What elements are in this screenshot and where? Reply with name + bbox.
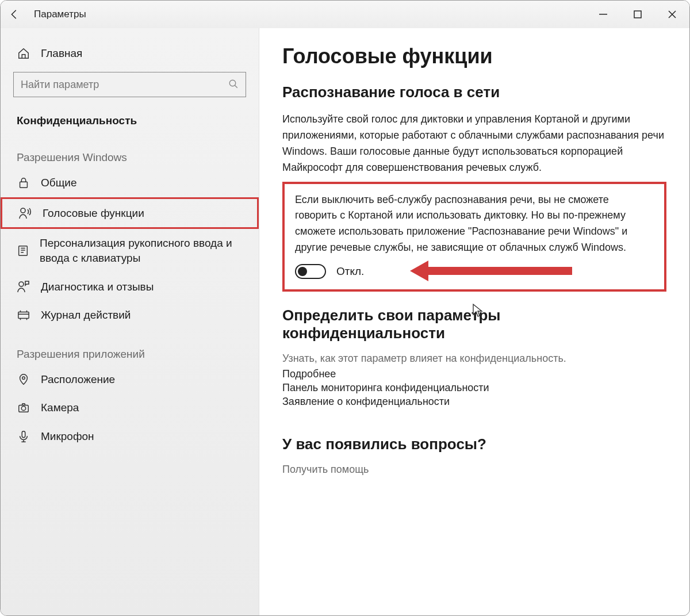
toggle-state-label: Откл. — [336, 265, 364, 278]
annotation-arrow — [410, 261, 572, 281]
sidebar-item-activity[interactable]: Журнал действий — [1, 301, 259, 330]
lock-icon — [17, 176, 30, 190]
section-online-heading: Распознавание голоса в сети — [282, 83, 666, 101]
titlebar: Параметры — [1, 1, 689, 28]
sidebar-item-location[interactable]: Расположение — [1, 365, 259, 394]
sidebar-item-label: Журнал действий — [41, 308, 131, 323]
maximize-button[interactable] — [620, 1, 655, 28]
link-help[interactable]: Получить помощь — [282, 464, 666, 476]
svg-point-10 — [21, 407, 25, 411]
sidebar-item-label: Микрофон — [41, 429, 94, 444]
sidebar-group-label: Конфиденциальность — [1, 104, 259, 133]
toggle-description: Если выключить веб-службу распознавания … — [295, 192, 654, 257]
history-icon — [17, 308, 30, 322]
svg-point-4 — [21, 208, 25, 213]
sidebar-home-label: Главная — [41, 47, 82, 60]
page-title: Голосовые функции — [282, 44, 666, 68]
svg-rect-5 — [19, 246, 28, 256]
sidebar-section-windows: Разрешения Windows — [1, 133, 259, 169]
home-icon — [17, 47, 30, 60]
sidebar-item-label: Общие — [41, 175, 76, 190]
mic-icon — [17, 430, 30, 443]
sidebar-item-feedback[interactable]: Диагностика и отзывы — [1, 273, 259, 301]
svg-point-2 — [229, 80, 236, 86]
sidebar-item-label: Камера — [41, 400, 79, 415]
sidebar-item-label: Расположение — [41, 372, 115, 387]
highlight-box: Если выключить веб-службу распознавания … — [282, 182, 666, 292]
back-button[interactable] — [1, 1, 28, 28]
svg-rect-7 — [18, 312, 29, 319]
svg-point-8 — [22, 377, 25, 380]
voice-icon — [18, 206, 32, 220]
feedback-icon — [17, 280, 30, 293]
sidebar-item-speech[interactable]: Голосовые функции — [1, 197, 259, 229]
online-speech-toggle[interactable] — [295, 264, 326, 279]
svg-rect-1 — [634, 11, 641, 18]
sidebar-section-apps: Разрешения приложений — [1, 330, 259, 365]
section-questions-heading: У вас появились вопросы? — [282, 435, 666, 453]
sidebar-item-inking[interactable]: Персонализация рукописного ввода и ввода… — [1, 229, 259, 272]
search-box[interactable] — [13, 72, 246, 97]
sidebar: Главная Конфиденциальность Разрешения Wi… — [1, 28, 259, 615]
sidebar-item-label: Диагностика и отзывы — [41, 280, 154, 294]
minimize-button[interactable] — [586, 1, 620, 28]
svg-rect-11 — [22, 431, 25, 438]
sidebar-item-general[interactable]: Общие — [1, 169, 259, 197]
privacy-subtext: Узнать, как этот параметр влияет на конф… — [282, 353, 666, 365]
sidebar-item-camera[interactable]: Камера — [1, 393, 259, 422]
main-panel: Голосовые функции Распознавание голоса в… — [259, 28, 689, 615]
link-statement[interactable]: Заявление о конфиденциальности — [282, 396, 666, 408]
link-dashboard[interactable]: Панель мониторинга конфиденциальности — [282, 382, 666, 394]
sidebar-item-microphone[interactable]: Микрофон — [1, 422, 259, 451]
window-title: Параметры — [34, 9, 86, 20]
svg-point-6 — [19, 282, 24, 286]
search-icon — [228, 79, 239, 91]
link-more[interactable]: Подробнее — [282, 368, 666, 380]
sidebar-item-label: Персонализация рукописного ввода и ввода… — [40, 236, 243, 265]
search-input[interactable] — [21, 79, 228, 91]
ink-icon — [17, 244, 29, 258]
online-description: Используйте свой голос для диктовки и уп… — [282, 112, 666, 176]
toggle-knob — [298, 267, 307, 276]
section-privacy-heading: Определить свои параметры конфиденциальн… — [282, 307, 666, 342]
svg-rect-0 — [599, 14, 607, 15]
location-icon — [17, 373, 30, 387]
close-button[interactable] — [655, 1, 689, 28]
sidebar-home[interactable]: Главная — [1, 40, 259, 67]
camera-icon — [17, 401, 30, 415]
svg-rect-3 — [20, 182, 28, 188]
sidebar-item-label: Голосовые функции — [43, 206, 144, 221]
